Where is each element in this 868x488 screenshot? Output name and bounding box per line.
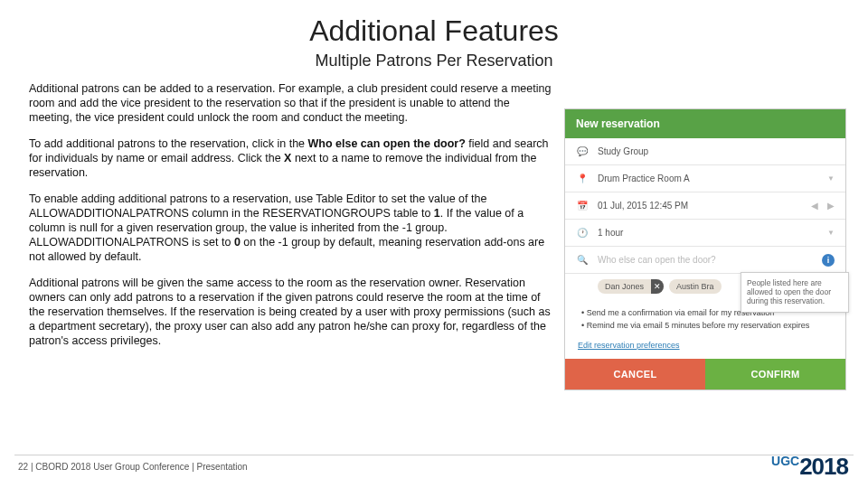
prev-icon[interactable]: ◀ <box>811 201 818 211</box>
patron-name-2: Austin Bra <box>669 279 722 294</box>
paragraph-3: To enable adding additional patrons to a… <box>29 192 553 264</box>
patron-tag-2: Austin Bra <box>669 279 722 294</box>
p3-bold-1: 1 <box>434 207 440 220</box>
cancel-button[interactable]: CANCEL <box>565 359 705 389</box>
footer-logo: UGC2018 <box>771 453 848 481</box>
paragraph-2: To add additional patrons to the reserva… <box>29 136 553 180</box>
datetime-row[interactable]: 📅 01 Jul, 2015 12:45 PM ◀ ▶ <box>565 192 845 220</box>
page-subtitle: Multiple Patrons Per Reservation <box>0 52 868 70</box>
info-icon[interactable]: i <box>822 254 835 267</box>
check2-label: Remind me via email 5 minutes before my … <box>587 321 810 330</box>
edit-preferences-link[interactable]: Edit reservation preferences <box>565 337 845 359</box>
page-title: Additional Features <box>0 14 868 48</box>
logo-ugc: UGC <box>771 454 799 468</box>
next-icon[interactable]: ▶ <box>827 201 835 211</box>
room-value: Drum Practice Room A <box>598 174 818 183</box>
footer-label: CBORD 2018 User Group Conference | Prese… <box>35 462 247 472</box>
room-row[interactable]: 📍 Drum Practice Room A ▼ <box>565 165 845 192</box>
paragraph-1: Additional patrons can be added to a res… <box>29 81 553 125</box>
pin-icon: 📍 <box>576 174 589 183</box>
footer-text: 22 | CBORD 2018 User Group Conference | … <box>18 462 248 472</box>
p3-part-a: To enable adding additional patrons to a… <box>29 192 486 220</box>
page-number: 22 <box>18 462 28 472</box>
subject-value: Study Group <box>598 146 835 156</box>
subject-row[interactable]: 💬 Study Group <box>565 138 845 165</box>
clock-icon: 🕐 <box>576 228 589 238</box>
duration-value: 1 hour <box>598 228 818 238</box>
reservation-panel: New reservation 💬 Study Group 📍 Drum Pra… <box>564 108 846 390</box>
remove-patron-1[interactable]: ✕ <box>651 279 664 294</box>
duration-row[interactable]: 🕐 1 hour ▼ <box>565 220 845 247</box>
patron-tag-1: Dan Jones ✕ <box>598 279 664 294</box>
chevron-down-icon[interactable]: ▼ <box>827 229 835 237</box>
text-column: Additional patrons can be added to a res… <box>29 81 553 390</box>
paragraph-4: Additional patrons will be given the sam… <box>29 276 553 348</box>
tag-row: Dan Jones ✕ Austin Bra People listed her… <box>565 274 845 303</box>
logo-year: 2018 <box>799 453 848 480</box>
calendar-icon: 📅 <box>576 201 589 211</box>
screenshot-column: New reservation 💬 Study Group 📍 Drum Pra… <box>564 81 846 390</box>
patron-name-1: Dan Jones <box>598 279 651 294</box>
datetime-value: 01 Jul, 2015 12:45 PM <box>598 201 802 211</box>
chat-icon: 💬 <box>576 146 589 156</box>
who-row[interactable]: 🔍 Who else can open the door? i <box>565 247 845 274</box>
panel-header: New reservation <box>565 109 845 138</box>
chevron-down-icon[interactable]: ▼ <box>827 174 835 183</box>
p2-bold-1: Who else can open the door? <box>308 137 466 150</box>
footer-sep: | <box>31 462 33 472</box>
confirm-button[interactable]: CONFIRM <box>705 359 845 389</box>
check-reminder[interactable]: • Remind me via email 5 minutes before m… <box>581 321 835 330</box>
info-tooltip: People listed here are allowed to open t… <box>741 272 849 313</box>
p2-part-a: To add additional patrons to the reserva… <box>29 137 308 150</box>
content-area: Additional patrons can be added to a res… <box>0 70 868 390</box>
footer-divider <box>14 455 854 455</box>
who-placeholder: Who else can open the door? <box>598 255 813 265</box>
button-row: CANCEL CONFIRM <box>565 359 845 389</box>
p3-bold-2: 0 <box>234 236 241 249</box>
search-icon: 🔍 <box>576 255 589 265</box>
